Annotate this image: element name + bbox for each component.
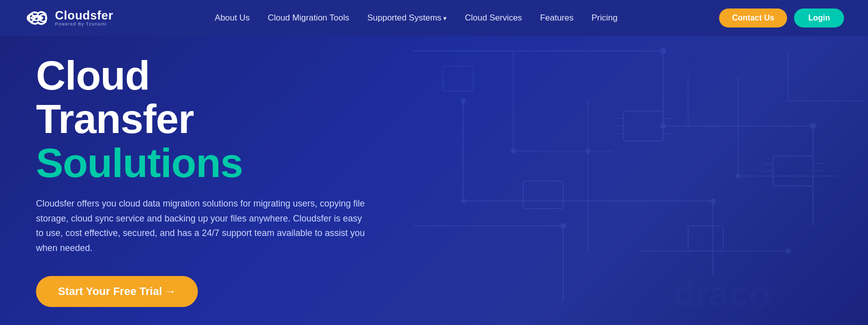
circuit-bg: draco: [363, 36, 868, 325]
logo-icon: [24, 8, 50, 28]
svg-point-28: [736, 174, 741, 178]
svg-rect-33: [523, 181, 563, 208]
start-trial-button[interactable]: Start Your Free Trial →: [36, 276, 198, 307]
nav-link-about-us[interactable]: About Us: [215, 13, 250, 22]
hero-title-line2: Transfer: [36, 98, 366, 140]
sidebar-item-cloud-migration[interactable]: Cloud Migration Tools: [268, 13, 349, 23]
nav-link-supported-systems[interactable]: Supported Systems ▾: [367, 13, 447, 23]
svg-point-25: [711, 198, 716, 204]
hero-title-line1: Cloud: [36, 54, 366, 97]
svg-point-27: [586, 148, 591, 154]
contact-us-button[interactable]: Contact Us: [719, 8, 787, 28]
nav-links: About Us Cloud Migration Tools Supported…: [215, 13, 618, 23]
hero-content: Cloud Transfer Soulutions Cloudsfer offe…: [0, 54, 366, 306]
svg-rect-31: [623, 111, 663, 141]
login-button[interactable]: Login: [794, 8, 844, 28]
svg-rect-34: [688, 226, 723, 251]
nav-link-cloud-migration[interactable]: Cloud Migration Tools: [268, 13, 349, 22]
svg-point-23: [461, 98, 466, 104]
sidebar-item-cloud-services[interactable]: Cloud Services: [465, 13, 522, 23]
logo-sub: Powered By Tzunami: [55, 22, 113, 26]
nav-link-features[interactable]: Features: [540, 13, 574, 22]
sidebar-item-pricing[interactable]: Pricing: [592, 13, 618, 23]
sidebar-item-features[interactable]: Features: [540, 13, 574, 23]
svg-point-30: [786, 248, 791, 254]
svg-point-26: [511, 148, 516, 154]
start-trial-label: Start Your Free Trial →: [58, 285, 176, 298]
chevron-down-icon: ▾: [443, 14, 447, 22]
hero-title-teal: Soulutions: [36, 140, 366, 186]
hero-description: Cloudsfer offers you cloud data migratio…: [36, 196, 366, 256]
nav-link-cloud-services[interactable]: Cloud Services: [465, 13, 522, 22]
sidebar-item-about-us[interactable]: About Us: [215, 13, 250, 23]
svg-point-29: [560, 223, 566, 229]
logo[interactable]: Cloudsfer Powered By Tzunami: [24, 8, 113, 28]
logo-name: Cloudsfer: [55, 10, 113, 22]
svg-text:draco: draco: [673, 274, 771, 314]
nav-link-pricing[interactable]: Pricing: [592, 13, 618, 22]
navbar: Cloudsfer Powered By Tzunami About Us Cl…: [0, 0, 868, 36]
svg-point-22: [810, 123, 816, 129]
svg-point-24: [461, 198, 466, 204]
sidebar-item-supported-systems[interactable]: Supported Systems ▾: [367, 13, 447, 23]
svg-point-20: [660, 48, 666, 54]
svg-rect-35: [443, 66, 473, 91]
svg-rect-32: [773, 156, 813, 186]
nav-buttons: Contact Us Login: [719, 8, 844, 28]
hero-section: draco Cloud Transfer Soulutions Cloudsfe…: [0, 36, 868, 325]
